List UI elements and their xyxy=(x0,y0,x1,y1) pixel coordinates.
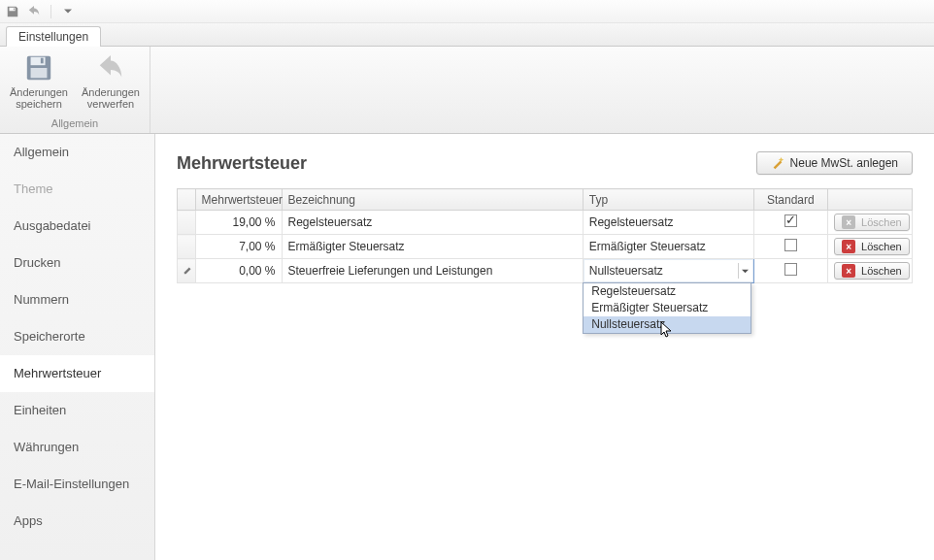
cell-type[interactable]: Nullsteuersatz xyxy=(583,259,753,283)
cell-action: ×Löschen xyxy=(828,235,913,259)
delete-label: Löschen xyxy=(861,216,902,228)
checkbox-icon[interactable] xyxy=(784,239,797,251)
quick-access-toolbar xyxy=(0,0,934,23)
discard-changes-button[interactable]: Änderungen verwerfen xyxy=(80,50,142,116)
delete-x-icon: × xyxy=(842,264,855,278)
delete-label: Löschen xyxy=(861,241,902,252)
delete-x-icon: × xyxy=(842,240,855,253)
header-rate[interactable]: Mehrwertsteuer xyxy=(195,189,282,211)
cell-type[interactable]: Ermäßigter Steuersatz xyxy=(583,235,753,259)
cell-standard[interactable] xyxy=(753,235,828,259)
cell-action: ×Löschen xyxy=(828,211,913,235)
new-vat-button[interactable]: Neue MwSt. anlegen xyxy=(756,151,913,175)
settings-sidebar: AllgemeinThemeAusgabedateiDruckenNummern… xyxy=(0,134,155,560)
save-changes-button[interactable]: Änderungen speichern xyxy=(8,50,70,116)
tab-settings[interactable]: Einstellungen xyxy=(6,26,101,47)
cell-rate[interactable]: 0,00 % xyxy=(195,259,282,283)
cell-type[interactable]: Regelsteuersatz xyxy=(583,211,753,235)
sidebar-item[interactable]: Einheiten xyxy=(0,392,154,429)
qat-customize-icon[interactable] xyxy=(61,5,75,18)
wand-icon xyxy=(771,156,784,170)
svg-rect-3 xyxy=(31,68,48,78)
table-row: 0,00 %Steuerfreie Lieferungen und Leistu… xyxy=(178,259,913,283)
delete-button[interactable]: ×Löschen xyxy=(834,238,910,255)
cell-desc[interactable]: Steuerfreie Lieferungen und Leistungen xyxy=(282,259,583,283)
table-row: 7,00 %Ermäßigter SteuersatzErmäßigter St… xyxy=(178,235,913,259)
save-icon[interactable] xyxy=(6,5,19,18)
sidebar-item[interactable]: Währungen xyxy=(0,429,154,466)
floppy-icon xyxy=(23,52,54,83)
row-handle[interactable] xyxy=(178,235,196,259)
delete-button[interactable]: ×Löschen xyxy=(834,262,910,280)
qat-separator xyxy=(50,5,51,18)
cell-action: ×Löschen xyxy=(828,259,913,283)
cell-rate[interactable]: 7,00 % xyxy=(195,235,282,259)
table-row: 19,00 %RegelsteuersatzRegelsteuersatz×Lö… xyxy=(178,211,913,235)
ribbon-tabstrip: Einstellungen xyxy=(0,23,934,47)
cell-desc[interactable]: Ermäßigter Steuersatz xyxy=(282,235,583,259)
sidebar-item[interactable]: Drucken xyxy=(0,245,154,281)
header-rowhandle xyxy=(178,189,196,211)
sidebar-item[interactable]: Apps xyxy=(0,503,154,540)
main-panel: Mehrwertsteuer Neue MwSt. anlegen xyxy=(155,134,934,560)
row-handle[interactable] xyxy=(178,211,196,235)
dropdown-option[interactable]: Ermäßigter Steuersatz xyxy=(584,300,751,316)
checkbox-icon[interactable] xyxy=(784,214,797,227)
new-vat-label: Neue MwSt. anlegen xyxy=(790,156,898,170)
row-handle[interactable] xyxy=(178,259,196,283)
sidebar-item[interactable]: Speicherorte xyxy=(0,318,154,355)
header-type[interactable]: Typ xyxy=(583,189,753,211)
sidebar-item[interactable]: E-Mail-Einstellungen xyxy=(0,466,154,503)
dropdown-option[interactable]: Nullsteuersatz xyxy=(584,316,751,333)
undo-large-icon xyxy=(95,52,126,83)
ribbon-group-general: Änderungen speichern Änderungen verwerfe… xyxy=(0,47,150,133)
cell-standard[interactable] xyxy=(753,259,828,283)
cell-desc[interactable]: Regelsteuersatz xyxy=(282,211,583,235)
save-changes-label: Änderungen speichern xyxy=(8,86,70,110)
ribbon: Änderungen speichern Änderungen verwerfe… xyxy=(0,47,934,134)
svg-rect-2 xyxy=(41,58,44,64)
delete-label: Löschen xyxy=(861,265,902,277)
delete-button: ×Löschen xyxy=(834,214,910,231)
cell-rate[interactable]: 19,00 % xyxy=(195,211,282,235)
discard-changes-label: Änderungen verwerfen xyxy=(80,86,142,110)
undo-icon[interactable] xyxy=(27,5,41,18)
sidebar-item[interactable]: Theme xyxy=(0,171,154,208)
type-dropdown-popup[interactable]: RegelsteuersatzErmäßigter SteuersatzNull… xyxy=(583,282,751,334)
sidebar-item[interactable]: Nummern xyxy=(0,281,154,318)
sidebar-item[interactable]: Mehrwertsteuer xyxy=(0,355,154,392)
sidebar-item[interactable]: Ausgabedatei xyxy=(0,208,154,245)
vat-grid: Mehrwertsteuer Bezeichnung Typ Standard … xyxy=(177,188,913,283)
header-desc[interactable]: Bezeichnung xyxy=(282,189,583,211)
header-actions xyxy=(828,189,913,211)
cell-standard[interactable] xyxy=(753,211,828,235)
dropdown-option[interactable]: Regelsteuersatz xyxy=(584,283,751,300)
chevron-down-icon[interactable] xyxy=(738,263,751,279)
sidebar-item[interactable]: Allgemein xyxy=(0,134,154,171)
header-standard[interactable]: Standard xyxy=(753,189,828,211)
ribbon-group-label: Allgemein xyxy=(8,116,142,131)
page-title: Mehrwertsteuer xyxy=(177,153,307,174)
checkbox-icon[interactable] xyxy=(784,263,797,276)
delete-x-icon: × xyxy=(842,215,855,229)
